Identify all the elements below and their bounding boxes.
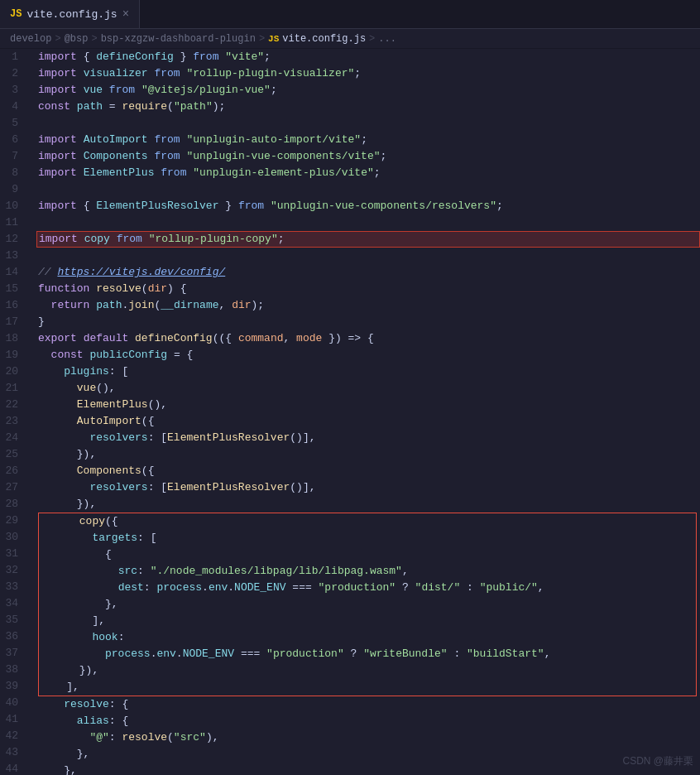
code-line-19: const publicConfig = {: [36, 347, 700, 363]
ln-38: 38: [0, 662, 25, 678]
ln-4: 4: [0, 99, 25, 115]
ln-15: 15: [0, 281, 25, 297]
breadcrumb-sep2: >: [91, 33, 97, 45]
ln-27: 27: [0, 479, 25, 496]
code-line-4: const path = require("path");: [36, 99, 700, 115]
code-line-40: resolve: {: [36, 696, 700, 713]
ln-44: 44: [0, 761, 25, 775]
code-line-23: AutoImport({: [36, 413, 700, 430]
code-line-8: import ElementPlus from "unplugin-elemen…: [36, 165, 700, 181]
code-line-21: vue(),: [36, 380, 700, 397]
code-line-1: import { defineConfig } from "vite";: [36, 49, 700, 65]
breadcrumb-ellipsis: ...: [378, 33, 396, 45]
code-line-26: Components({: [36, 463, 700, 479]
code-line-24: resolvers: [ElementPlusResolver()],: [36, 430, 700, 446]
ln-8: 8: [0, 165, 25, 181]
code-line-22: ElementPlus(),: [36, 397, 700, 413]
ln-17: 17: [0, 314, 25, 330]
ln-21: 21: [0, 380, 25, 397]
ln-32: 32: [0, 562, 25, 579]
ln-3: 3: [0, 82, 25, 99]
code-line-7: import Components from "unplugin-vue-com…: [36, 148, 700, 165]
ln-33: 33: [0, 579, 25, 595]
breadcrumb-sep1: >: [55, 33, 60, 45]
ln-25: 25: [0, 446, 25, 463]
js-file-icon: JS: [10, 8, 22, 20]
code-line-10: import { ElementPlusResolver } from "unp…: [36, 198, 700, 214]
ln-7: 7: [0, 148, 25, 165]
breadcrumb-bsp: @bsp: [65, 33, 89, 45]
line-numbers: 1 2 3 4 5 6 7 8 9 10 11 12 13 14 15 16 1…: [0, 49, 33, 775]
code-line-11: [36, 214, 700, 231]
ln-42: 42: [0, 728, 25, 744]
code-line-38: }),: [39, 662, 696, 679]
watermark: CSDN @藤井栗: [622, 754, 693, 768]
breadcrumb: develop > @bsp > bsp-xzgzw-dashboard-plu…: [0, 29, 700, 49]
tab-filename: vite.config.js: [26, 8, 117, 21]
code-line-36: hook:: [39, 629, 696, 646]
ln-39: 39: [0, 678, 25, 695]
ln-13: 13: [0, 248, 25, 264]
code-line-17: }: [36, 314, 700, 330]
code-line-3: import vue from "@vitejs/plugin-vue";: [36, 82, 700, 99]
code-line-6: import AutoImport from "unplugin-auto-im…: [36, 132, 700, 148]
ln-20: 20: [0, 363, 25, 380]
code-line-33: dest: process.env.NODE_ENV === "producti…: [39, 580, 696, 596]
ln-36: 36: [0, 628, 25, 645]
ln-1: 1: [0, 49, 25, 65]
close-tab-button[interactable]: ×: [122, 7, 129, 21]
breadcrumb-plugin: bsp-xzgzw-dashboard-plugin: [101, 33, 256, 45]
ln-12: 12: [0, 231, 25, 248]
code-line-15: function resolve(dir) {: [36, 281, 700, 297]
code-line-14: // https://vitejs.dev/config/: [36, 264, 700, 281]
ln-16: 16: [0, 297, 25, 314]
ln-22: 22: [0, 397, 25, 413]
code-line-44: },: [36, 763, 700, 775]
code-line-20: plugins: [: [36, 363, 700, 380]
code-line-37: process.env.NODE_ENV === "production" ? …: [39, 646, 696, 662]
breadcrumb-develop: develop: [10, 33, 51, 45]
code-line-2: import visualizer from "rollup-plugin-vi…: [36, 65, 700, 82]
ln-43: 43: [0, 744, 25, 761]
ln-9: 9: [0, 181, 25, 198]
ln-37: 37: [0, 645, 25, 662]
code-line-12: import copy from "rollup-plugin-copy";: [36, 231, 700, 248]
ln-31: 31: [0, 546, 25, 562]
ln-28: 28: [0, 496, 25, 513]
ln-41: 41: [0, 711, 25, 728]
breadcrumb-sep3: >: [259, 33, 265, 45]
code-line-18: export default defineConfig(({ command, …: [36, 330, 700, 347]
code-line-5: [36, 115, 700, 132]
code-line-9: [36, 181, 700, 198]
ln-18: 18: [0, 330, 25, 347]
ln-6: 6: [0, 132, 25, 148]
code-line-13: [36, 248, 700, 264]
code-line-39: ],: [39, 679, 696, 696]
code-content: import { defineConfig } from "vite"; imp…: [33, 49, 700, 775]
ln-19: 19: [0, 347, 25, 363]
ln-23: 23: [0, 413, 25, 430]
code-line-16: return path.join(__dirname, dir);: [36, 297, 700, 314]
code-line-29: copy({: [39, 513, 696, 530]
ln-10: 10: [0, 198, 25, 214]
ln-11: 11: [0, 214, 25, 231]
active-tab[interactable]: JS vite.config.js ×: [0, 0, 140, 28]
code-line-25: }),: [36, 446, 700, 463]
code-line-28: }),: [36, 496, 700, 513]
code-line-42: "@": resolve("src"),: [36, 729, 700, 746]
breadcrumb-js-icon: JS: [268, 34, 279, 44]
ln-24: 24: [0, 430, 25, 446]
ln-30: 30: [0, 529, 25, 546]
code-line-32: src: "./node_modules/libpag/lib/libpag.w…: [39, 563, 696, 580]
ln-34: 34: [0, 595, 25, 612]
breadcrumb-file: vite.config.js: [282, 33, 366, 45]
code-area: 1 2 3 4 5 6 7 8 9 10 11 12 13 14 15 16 1…: [0, 49, 700, 775]
ln-14: 14: [0, 264, 25, 281]
ln-40: 40: [0, 695, 25, 711]
breadcrumb-sep4: >: [369, 33, 375, 45]
code-line-35: ],: [39, 613, 696, 629]
code-line-27: resolvers: [ElementPlusResolver()],: [36, 479, 700, 496]
code-line-34: },: [39, 596, 696, 613]
ln-26: 26: [0, 463, 25, 479]
ln-5: 5: [0, 115, 25, 132]
